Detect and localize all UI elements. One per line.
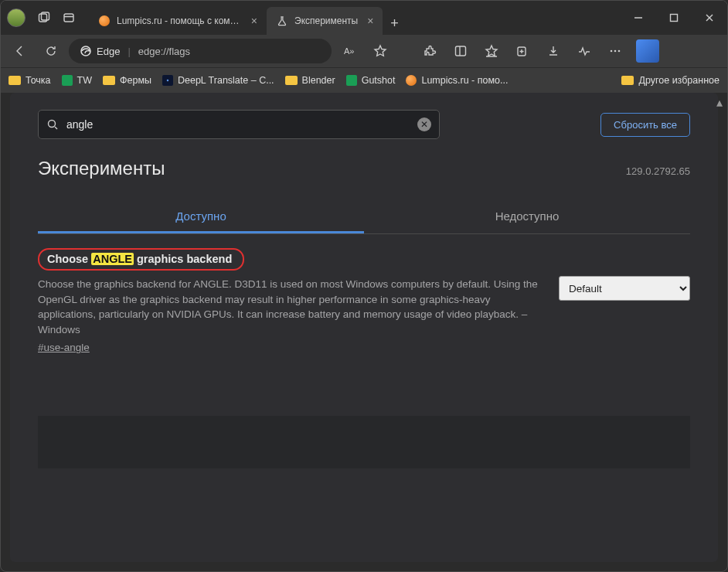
minimize-button[interactable]	[621, 1, 656, 35]
search-icon	[46, 118, 59, 131]
bookmark-label: Другое избранное	[638, 75, 719, 86]
clear-icon[interactable]: ✕	[417, 117, 431, 131]
status-block	[38, 416, 690, 468]
read-aloud-icon[interactable]: A»	[336, 38, 362, 64]
flag-title-post: graphics backend	[134, 253, 232, 265]
addr-divider: |	[128, 46, 130, 57]
version-label: 129.0.2792.65	[626, 165, 690, 177]
collections-icon[interactable]	[509, 38, 536, 64]
bookmark-item[interactable]: Gutshot	[346, 75, 396, 86]
copilot-button[interactable]	[636, 39, 659, 63]
workspaces-icon[interactable]	[33, 7, 55, 29]
svg-point-17	[614, 50, 617, 53]
svg-point-16	[611, 50, 613, 53]
svg-rect-2	[64, 14, 73, 22]
folder-icon	[103, 76, 115, 85]
lumpics-icon	[406, 75, 417, 86]
bookmark-label: Lumpics.ru - помо...	[421, 75, 508, 86]
svg-text:A»: A»	[344, 46, 354, 56]
more-menu-icon[interactable]	[602, 38, 628, 64]
flag-row: Choose ANGLE graphics backend Choose the…	[38, 248, 690, 354]
folder-icon	[621, 76, 634, 85]
performance-icon[interactable]	[571, 38, 597, 64]
favorite-star-icon[interactable]	[367, 38, 393, 64]
flags-tabs: Доступно Недоступно	[38, 201, 690, 234]
tabs-strip: Lumpics.ru - помощь с компьют × Эксперим…	[89, 1, 406, 35]
svg-point-18	[618, 50, 621, 53]
reset-all-button[interactable]: Сбросить все	[600, 113, 690, 137]
svg-point-20	[49, 121, 56, 128]
new-tab-button[interactable]: +	[383, 12, 406, 35]
bookmark-label: Фермы	[120, 75, 151, 86]
other-bookmarks[interactable]: Другое избранное	[621, 75, 719, 86]
page-title: Эксперименты	[38, 158, 690, 179]
edge-logo-icon	[80, 45, 92, 57]
bookmark-item[interactable]: DeepL Translate – C...	[162, 75, 274, 86]
bookmark-label: Blender	[302, 75, 335, 86]
bookmark-label: Gutshot	[362, 75, 396, 86]
tab-experiments[interactable]: Эксперименты ×	[267, 7, 383, 35]
back-button[interactable]	[7, 38, 33, 64]
bookmark-label: DeepL Translate – C...	[178, 75, 274, 86]
page-content: ✕ Сбросить все Эксперименты 129.0.2792.6…	[10, 93, 718, 562]
bookmark-item[interactable]: Фермы	[103, 75, 151, 86]
address-bar[interactable]: Edge | edge://flags	[69, 39, 332, 63]
close-icon[interactable]: ×	[367, 15, 373, 27]
titlebar: Lumpics.ru - помощь с компьют × Эксперим…	[1, 1, 727, 35]
svg-rect-10	[456, 46, 466, 56]
bookmark-label: Точка	[26, 75, 51, 86]
tab-unavailable[interactable]: Недоступно	[364, 201, 690, 233]
refresh-button[interactable]	[38, 38, 64, 64]
sidebar-icon[interactable]	[447, 38, 474, 64]
flag-description: Choose the graphics backend for ANGLE. D…	[38, 277, 540, 337]
svg-line-21	[55, 127, 57, 129]
edge-chip: Edge	[80, 45, 120, 57]
brand-label: Edge	[97, 46, 120, 57]
window-controls	[621, 1, 727, 35]
search-box[interactable]: ✕	[38, 110, 440, 139]
sheet-icon	[62, 75, 73, 86]
svg-rect-19	[167, 80, 169, 82]
downloads-icon[interactable]	[540, 38, 566, 64]
close-window-button[interactable]	[692, 1, 727, 35]
deepl-icon	[162, 75, 173, 86]
flag-title-pre: Choose	[47, 253, 91, 265]
tab-lumpics[interactable]: Lumpics.ru - помощь с компьют ×	[89, 7, 267, 35]
bookmarks-bar: Точка TW Фермы DeepL Translate – C... Bl…	[1, 67, 727, 93]
sheet-icon	[346, 75, 357, 86]
bookmark-item[interactable]: TW	[62, 75, 92, 86]
extensions-icon[interactable]	[417, 38, 443, 64]
url-text: edge://flags	[138, 46, 190, 57]
flag-hash-link[interactable]: #use-angle	[38, 342, 90, 353]
favorites-icon[interactable]	[478, 38, 505, 64]
tab-actions-icon[interactable]	[58, 7, 80, 29]
flag-title: Choose ANGLE graphics backend	[38, 248, 244, 271]
profile-avatar[interactable]	[7, 9, 26, 27]
navbar: Edge | edge://flags A»	[1, 35, 727, 67]
search-input[interactable]	[66, 118, 410, 131]
folder-icon	[285, 76, 298, 85]
flask-icon	[276, 15, 288, 27]
maximize-button[interactable]	[656, 1, 692, 35]
svg-rect-5	[671, 15, 678, 22]
flag-title-highlight: ANGLE	[91, 253, 134, 265]
bookmark-label: TW	[77, 75, 92, 86]
tab-label: Эксперименты	[294, 15, 358, 26]
flag-select[interactable]: Default	[559, 276, 690, 301]
bookmark-item[interactable]: Lumpics.ru - помо...	[406, 75, 508, 86]
bookmark-item[interactable]: Blender	[285, 75, 335, 86]
tab-label: Lumpics.ru - помощь с компьют	[117, 15, 242, 26]
search-row: ✕ Сбросить все	[38, 110, 690, 139]
close-icon[interactable]: ×	[251, 15, 257, 27]
tab-available[interactable]: Доступно	[38, 201, 364, 233]
scrollbar-up-icon[interactable]: ▴	[714, 97, 725, 107]
bookmark-item[interactable]: Точка	[9, 75, 51, 86]
folder-icon	[9, 76, 21, 85]
lumpics-icon	[98, 15, 111, 27]
